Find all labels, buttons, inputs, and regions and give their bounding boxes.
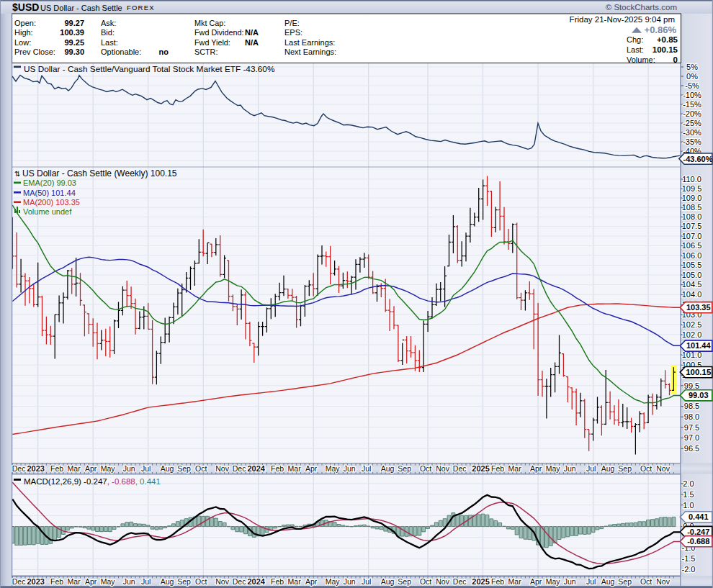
svg-text:N/A: N/A [245, 28, 259, 37]
svg-text:Aug: Aug [601, 464, 615, 473]
svg-text:Nov: Nov [436, 464, 449, 473]
svg-text:103.35: 103.35 [686, 303, 711, 312]
svg-text:108.5: 108.5 [682, 203, 702, 212]
svg-text:1.0: 1.0 [683, 501, 694, 510]
svg-text:0: 0 [673, 55, 678, 64]
svg-text:Jun: Jun [564, 464, 576, 473]
svg-text:P/E:: P/E: [284, 19, 300, 27]
svg-text:101.44: 101.44 [686, 341, 712, 350]
svg-text:100.15: 100.15 [686, 368, 712, 376]
svg-text:Jun: Jun [564, 577, 576, 586]
svg-text:Jun: Jun [344, 464, 356, 473]
svg-text:-2.0: -2.0 [682, 565, 696, 574]
svg-text:Mkt Cap:: Mkt Cap: [194, 19, 225, 27]
svg-text:Jul: Jul [141, 464, 151, 473]
svg-text:MA(200) 103.35: MA(200) 103.35 [23, 198, 80, 207]
svg-text:Jun: Jun [123, 464, 135, 473]
svg-text:Oct: Oct [195, 577, 207, 586]
svg-text:Aug: Aug [381, 464, 395, 473]
svg-text:Apr: Apr [305, 464, 318, 473]
svg-text:109.0: 109.0 [682, 194, 702, 202]
svg-text:Aug: Aug [381, 577, 395, 586]
svg-text:SCTR:: SCTR: [194, 48, 218, 56]
svg-text:Sep: Sep [177, 577, 191, 586]
svg-text:US Dollar - Cash Settle/Vangua: US Dollar - Cash Settle/Vanguard Total S… [24, 64, 275, 74]
svg-text:Jul: Jul [586, 464, 596, 473]
svg-text:Sep: Sep [618, 577, 632, 586]
svg-text:Fwd Yield:: Fwd Yield: [194, 38, 230, 47]
svg-text:97.5: 97.5 [684, 423, 699, 432]
svg-text:-43.60%: -43.60% [683, 155, 713, 163]
svg-text:Optionable:: Optionable: [101, 48, 141, 56]
svg-text:99.03: 99.03 [689, 391, 709, 399]
svg-text:100.15: 100.15 [653, 45, 678, 54]
svg-text:Oct: Oct [640, 464, 652, 473]
svg-text:99.30: 99.30 [64, 48, 84, 56]
svg-text:Nov: Nov [656, 577, 670, 586]
svg-text:98.5: 98.5 [684, 402, 699, 410]
svg-text:FOREX: FOREX [127, 4, 155, 12]
svg-text:Mar: Mar [288, 577, 302, 586]
svg-text:Prev Close:: Prev Close: [14, 48, 55, 56]
svg-text:Nov: Nov [656, 464, 670, 473]
svg-text:High:: High: [14, 28, 33, 37]
svg-text:102.5: 102.5 [682, 320, 702, 329]
svg-text:Dec: Dec [453, 577, 467, 586]
svg-text:Sep: Sep [398, 464, 411, 473]
svg-text:99.25: 99.25 [64, 38, 84, 47]
svg-text:Sep: Sep [398, 577, 411, 586]
svg-text:104.5: 104.5 [682, 280, 702, 289]
svg-text:US Dollar - Cash Settle (Weekl: US Dollar - Cash Settle (Weekly) 100.15 [22, 168, 177, 178]
svg-text:109.5: 109.5 [682, 184, 702, 193]
svg-text:-0.247: -0.247 [687, 528, 709, 536]
svg-text:Dec: Dec [453, 464, 467, 473]
svg-text:Volume undef: Volume undef [23, 207, 72, 216]
svg-text:Sep: Sep [177, 464, 191, 473]
svg-text:+0.86%: +0.86% [645, 24, 677, 35]
svg-text:Mar: Mar [68, 464, 81, 473]
svg-text:107.0: 107.0 [682, 232, 702, 240]
svg-text:96.5: 96.5 [684, 444, 699, 453]
svg-text:107.5: 107.5 [682, 222, 702, 230]
svg-text:Mar: Mar [508, 464, 522, 473]
svg-text:110.0: 110.0 [682, 175, 701, 184]
svg-text:108.0: 108.0 [682, 212, 702, 221]
svg-text:-30%: -30% [683, 128, 701, 137]
svg-text:May: May [326, 577, 341, 586]
svg-text:0%: 0% [686, 72, 698, 81]
svg-text:99.5: 99.5 [684, 381, 699, 390]
svg-text:Dec: Dec [233, 464, 246, 473]
svg-text:106.5: 106.5 [682, 241, 702, 250]
svg-text:no: no [159, 48, 169, 56]
svg-text:Dec: Dec [233, 577, 246, 586]
svg-text:MA(50) 101.44: MA(50) 101.44 [23, 189, 76, 197]
svg-text:Jun: Jun [123, 577, 135, 586]
svg-text:Low:: Low: [14, 38, 31, 47]
svg-text:Nov: Nov [436, 577, 449, 586]
svg-text:Aug: Aug [601, 577, 615, 586]
svg-text:2025: 2025 [472, 577, 489, 586]
svg-text:Jul: Jul [362, 464, 371, 473]
svg-text:Mar: Mar [508, 577, 522, 586]
svg-text:⇅: ⇅ [14, 170, 20, 178]
svg-text:US Dollar - Cash Settle: US Dollar - Cash Settle [40, 4, 122, 12]
svg-text:Last:: Last: [627, 45, 644, 54]
svg-text:$USD: $USD [12, 1, 39, 13]
svg-text:Feb: Feb [50, 577, 63, 586]
svg-text:2024: 2024 [247, 464, 265, 473]
svg-text:Ask:: Ask: [101, 19, 116, 27]
svg-text:Oct: Oct [640, 577, 652, 586]
svg-text:Fwd Dividend:: Fwd Dividend: [194, 28, 243, 37]
svg-text:Feb: Feb [271, 577, 284, 586]
svg-text:-15%: -15% [683, 100, 701, 109]
svg-text:100.39: 100.39 [60, 28, 84, 37]
svg-text:105.0: 105.0 [682, 271, 702, 279]
svg-text:MACD(12,26,9) -0.247, -0.688,: MACD(12,26,9) -0.247, -0.688, 0.441 [24, 477, 161, 486]
svg-text:Feb: Feb [271, 464, 284, 473]
svg-text:Aug: Aug [161, 464, 174, 473]
svg-text:Apr: Apr [530, 464, 542, 473]
svg-text:2023: 2023 [27, 464, 44, 473]
svg-text:Apr: Apr [305, 577, 318, 586]
svg-text:5%: 5% [686, 63, 698, 71]
svg-text:Dec: Dec [12, 577, 26, 586]
